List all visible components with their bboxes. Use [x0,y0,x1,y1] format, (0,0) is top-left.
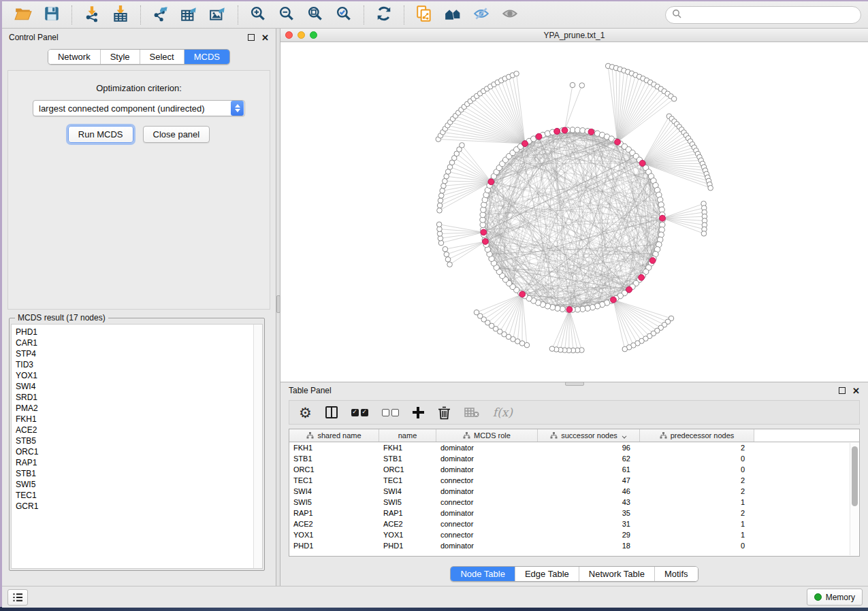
tab-node-table[interactable]: Node Table [451,567,515,581]
mcds-result-item[interactable]: STB1 [16,468,253,479]
sort-desc-icon [622,434,627,437]
table-row[interactable]: SWI4SWI4dominator462 [289,486,859,497]
import-network-icon [83,5,101,25]
table-row[interactable]: SWI5SWI5connector431 [289,497,859,508]
table-row[interactable]: PHD1PHD1dominator180 [289,540,859,551]
search-field[interactable] [665,6,861,24]
status-bar: Memory [2,586,868,608]
tab-network[interactable]: Network [48,50,100,64]
mcds-result-item[interactable]: RAP1 [16,457,253,468]
horizontal-splitter-grip[interactable] [565,382,584,386]
table-row[interactable]: TEC1TEC1connector472 [289,475,859,486]
show-columns-button[interactable] [325,406,338,418]
control-panel: Control Panel ✕ NetworkStyleSelectMCDS O… [2,29,276,586]
export-network-icon [152,5,170,25]
mcds-result-item[interactable]: SRD1 [16,392,253,403]
table-row[interactable]: STB1STB1dominator620 [289,453,859,464]
tab-motifs[interactable]: Motifs [654,567,698,581]
table-cell: connector [436,498,538,506]
table-row[interactable]: RAP1RAP1dominator352 [289,508,859,518]
mcds-result-item[interactable]: PHD1 [16,327,253,337]
first-neighbors-button[interactable] [438,3,467,27]
add-row-button[interactable] [413,407,424,418]
table-cell: dominator [436,542,538,550]
export-network-button[interactable] [146,3,175,27]
mcds-result-item[interactable]: GCR1 [16,501,253,512]
float-panel-icon[interactable] [248,34,255,41]
export-table-button[interactable] [175,3,204,27]
criterion-select[interactable]: largest connected component (undirected) [33,100,245,116]
close-table-panel-icon[interactable]: ✕ [852,386,860,395]
import-network-button[interactable] [78,3,106,27]
table-cell: 31 [538,520,640,528]
save-session-button[interactable] [37,3,66,27]
table-cell: 2 [640,509,754,517]
table-row[interactable]: FKH1FKH1dominator962 [289,442,859,453]
table-scrollbar[interactable] [850,443,858,555]
column-header-successor-nodes[interactable]: successor nodes [538,429,640,442]
mcds-result-item[interactable]: PMA2 [16,403,253,414]
mcds-result-item[interactable]: YOX1 [16,370,253,381]
mcds-result-item[interactable]: CAR1 [16,337,253,348]
zoom-out-button[interactable] [272,3,301,27]
show-all-button[interactable] [496,3,524,27]
hide-selected-button[interactable] [467,3,496,27]
table-row[interactable]: ORC1ORC1dominator610 [289,464,859,475]
column-header-predecessor-nodes[interactable]: predecessor nodes [640,429,754,442]
table-cell: dominator [436,509,538,517]
mcds-result-list: PHD1CAR1STP4TID3YOX1SWI4SRD1PMA2FKH1ACE2… [11,324,263,569]
open-session-button[interactable] [9,3,37,27]
table-cell: YOX1 [379,531,436,539]
table-settings-button[interactable]: ⚙ [299,406,312,420]
zoom-selected-button[interactable] [329,3,358,27]
column-label: MCDS role [474,431,511,440]
clone-network-icon [415,5,433,25]
mcds-result-item[interactable]: ORC1 [16,446,253,457]
mcds-result-item[interactable]: TEC1 [16,490,253,501]
float-table-panel-icon[interactable] [839,387,846,394]
table-row[interactable]: YOX1YOX1connector291 [289,529,859,540]
task-history-button[interactable] [7,589,28,606]
tab-network-table[interactable]: Network Table [579,567,654,581]
table-cell: YOX1 [289,531,379,539]
zoom-in-button[interactable] [244,3,272,27]
mcds-list-scrollbar[interactable] [253,325,262,568]
import-table-button[interactable] [106,3,135,27]
zoom-out-icon [278,5,295,25]
clone-network-button[interactable] [410,3,438,27]
close-panel-button[interactable]: Close panel [143,126,210,143]
deselect-all-button[interactable] [382,409,399,416]
export-image-button[interactable] [204,3,232,27]
column-header-name[interactable]: name [379,429,436,442]
run-mcds-button[interactable]: Run MCDS [68,126,133,143]
column-header-shared-name[interactable]: shared name [289,429,379,442]
search-input[interactable] [685,10,854,20]
function-builder-button[interactable]: f(x) [493,406,513,419]
mcds-result-item[interactable]: STP4 [16,348,253,359]
table-row[interactable]: ACE2ACE2connector311 [289,518,859,529]
attribute-type-icon [306,432,314,439]
column-header-MCDS-role[interactable]: MCDS role [436,429,538,442]
mcds-result-item[interactable]: SWI5 [16,479,253,490]
control-panel-title: Control Panel [9,33,59,42]
tab-edge-table[interactable]: Edge Table [515,567,579,581]
select-all-button[interactable] [351,409,368,416]
mcds-result-item[interactable]: STB5 [16,435,253,446]
folder-open-icon [14,5,32,25]
mcds-result-item[interactable]: FKH1 [16,414,253,425]
table-cell: 46 [538,487,640,495]
refresh-view-button[interactable] [370,3,398,27]
tab-style[interactable]: Style [100,50,140,64]
zoom-fit-button[interactable] [301,3,329,27]
close-panel-icon[interactable]: ✕ [261,33,269,42]
delete-selected-button[interactable] [438,406,451,420]
mcds-result-item[interactable]: ACE2 [16,425,253,435]
delete-table-button[interactable] [464,407,479,418]
table-scrollbar-thumb[interactable] [852,446,858,506]
memory-button[interactable]: Memory [807,589,863,606]
tab-select[interactable]: Select [140,50,184,64]
network-canvas[interactable] [280,42,868,382]
mcds-result-item[interactable]: SWI4 [16,381,253,392]
tab-mcds[interactable]: MCDS [184,50,229,64]
mcds-result-item[interactable]: TID3 [16,359,253,370]
